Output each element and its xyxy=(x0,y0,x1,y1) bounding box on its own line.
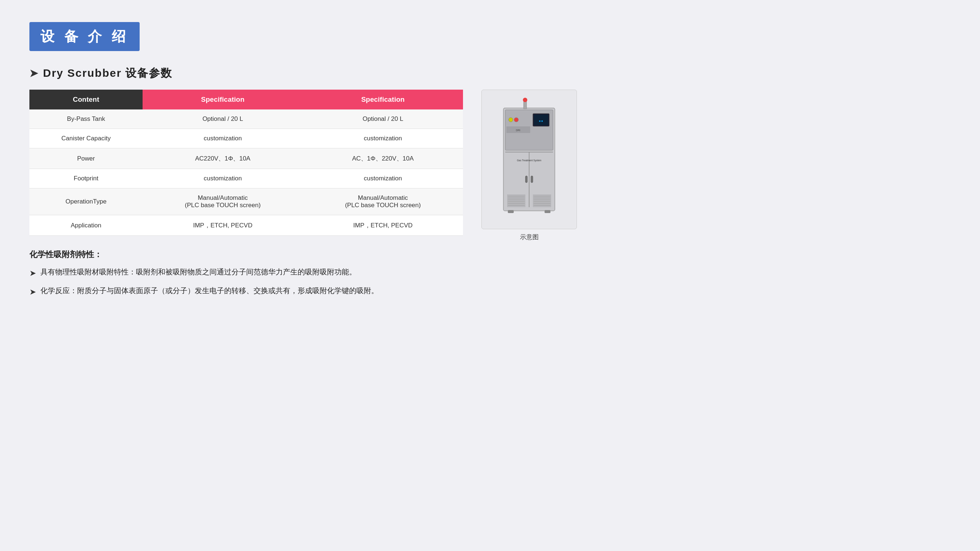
svg-text:Gas Treatment System: Gas Treatment System xyxy=(517,159,541,162)
table-row: Canister Capacity customization customiz… xyxy=(29,129,463,148)
header-content: Content xyxy=(29,90,143,110)
title-badge: 设 备 介 绍 xyxy=(29,22,140,51)
table-section: Content Specification Specification By-P… xyxy=(29,90,463,303)
svg-rect-14 xyxy=(531,176,533,183)
page-container: 设 备 介 绍 ➤ Dry Scrubber 设备参数 Content Spec… xyxy=(29,22,581,303)
cell-spec2: customization xyxy=(303,129,463,148)
device-image-box: ■ ■ DRI xyxy=(481,90,577,229)
svg-point-2 xyxy=(523,98,527,102)
svg-point-8 xyxy=(514,118,519,122)
spec2-line2: (PLC base TOUCH screen) xyxy=(345,202,421,209)
svg-rect-30 xyxy=(508,210,514,213)
chem-section: 化学性吸附剂特性： ➤ 具有物理性吸附材吸附特性：吸附剂和被吸附物质之间通过分子… xyxy=(29,249,463,298)
table-row: Application IMP，ETCH, PECVD IMP，ETCH, PE… xyxy=(29,215,463,236)
device-illustration: ■ ■ DRI xyxy=(492,97,566,222)
chem-title: 化学性吸附剂特性： xyxy=(29,249,463,260)
cell-spec1: Manual/Automatic (PLC base TOUCH screen) xyxy=(143,189,303,215)
page-title: 设 备 介 绍 xyxy=(40,29,129,44)
cell-spec2: IMP，ETCH, PECVD xyxy=(303,215,463,236)
cell-spec2: Optional / 20 L xyxy=(303,110,463,129)
header-spec2: Specification xyxy=(303,90,463,110)
table-row: By-Pass Tank Optional / 20 L Optional / … xyxy=(29,110,463,129)
svg-text:DRI: DRI xyxy=(516,129,520,132)
cell-spec2: Manual/Automatic (PLC base TOUCH screen) xyxy=(303,189,463,215)
cell-content: Application xyxy=(29,215,143,236)
chem-item-2: ➤ 化学反应：附质分子与固体表面原子（或分子）发生电子的转移、交换或共有，形成吸… xyxy=(29,285,463,298)
image-section: ■ ■ DRI xyxy=(478,90,581,241)
content-row: Content Specification Specification By-P… xyxy=(29,90,581,303)
cell-spec1: customization xyxy=(143,129,303,148)
section-header: ➤ Dry Scrubber 设备参数 xyxy=(29,66,581,81)
section-title: Dry Scrubber 设备参数 xyxy=(43,66,172,81)
table-row: Power AC220V、1Φ、10A AC、1Φ、220V、10A xyxy=(29,148,463,169)
section-arrow-icon: ➤ xyxy=(29,67,38,79)
cell-content: By-Pass Tank xyxy=(29,110,143,129)
table-row: OperationType Manual/Automatic (PLC base… xyxy=(29,189,463,215)
spec1-line1: Manual/Automatic xyxy=(198,194,248,201)
cell-spec1: Optional / 20 L xyxy=(143,110,303,129)
table-row: Footprint customization customization xyxy=(29,169,463,189)
spec-table: Content Specification Specification By-P… xyxy=(29,90,463,236)
cell-content: Power xyxy=(29,148,143,169)
cell-spec2: AC、1Φ、220V、10A xyxy=(303,148,463,169)
cell-content: Footprint xyxy=(29,169,143,189)
header-spec1: Specification xyxy=(143,90,303,110)
cell-content: OperationType xyxy=(29,189,143,215)
cell-spec1: AC220V、1Φ、10A xyxy=(143,148,303,169)
svg-rect-31 xyxy=(544,210,550,213)
svg-rect-13 xyxy=(525,176,527,183)
cell-spec1: customization xyxy=(143,169,303,189)
cell-spec2: customization xyxy=(303,169,463,189)
svg-text:■ ■: ■ ■ xyxy=(539,120,543,122)
cell-spec1: IMP，ETCH, PECVD xyxy=(143,215,303,236)
chem-arrow-icon-2: ➤ xyxy=(29,286,36,298)
chem-text-1: 具有物理性吸附材吸附特性：吸附剂和被吸附物质之间通过分子间范德华力产生的吸附吸附… xyxy=(40,266,356,278)
chem-item-1: ➤ 具有物理性吸附材吸附特性：吸附剂和被吸附物质之间通过分子间范德华力产生的吸附… xyxy=(29,266,463,279)
spec1-line2: (PLC base TOUCH screen) xyxy=(185,202,261,209)
chem-arrow-icon-1: ➤ xyxy=(29,267,36,279)
chem-text-2: 化学反应：附质分子与固体表面原子（或分子）发生电子的转移、交换或共有，形成吸附化… xyxy=(40,285,379,297)
image-caption: 示意图 xyxy=(520,233,539,241)
spec2-line1: Manual/Automatic xyxy=(358,194,408,201)
svg-point-7 xyxy=(509,118,513,122)
cell-content: Canister Capacity xyxy=(29,129,143,148)
